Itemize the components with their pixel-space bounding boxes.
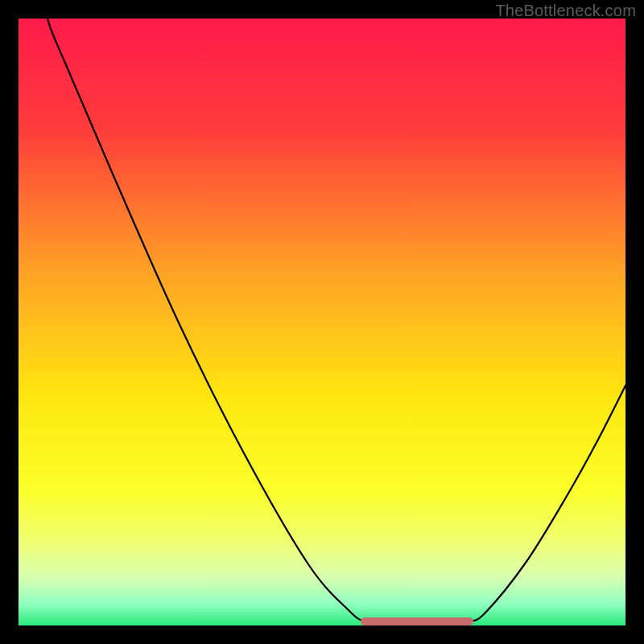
chart-frame: TheBottleneck.com: [0, 0, 644, 644]
watermark-text: TheBottleneck.com: [495, 2, 636, 20]
plot-area: [19, 19, 625, 625]
bottleneck-curve: [19, 19, 625, 625]
curve-line: [47, 19, 625, 622]
